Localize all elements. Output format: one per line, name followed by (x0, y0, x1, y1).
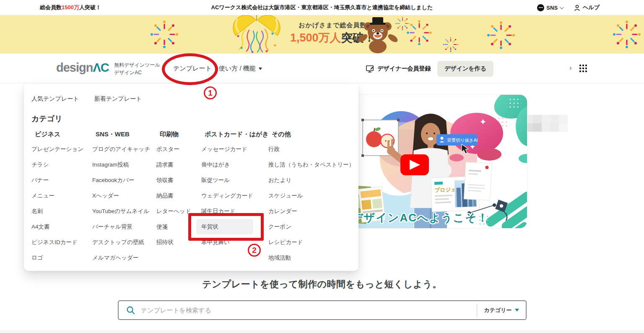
menu-item-oshikatsu[interactable]: 推し活（うちわ・タペストリー） (268, 157, 351, 172)
menu-item-logo[interactable]: ロゴ (31, 250, 92, 265)
chevron-right-icon[interactable]: › (569, 64, 572, 72)
partnership-announcement: ACワークス株式会社は大阪市港区・東京都港区・埼玉県久喜市と連携協定を締結しまし… (211, 4, 433, 11)
menu-item-new-year-card[interactable]: 年賀状 (196, 219, 253, 234)
column-postcard: ポストカード・はがき メッセージカード 喪中はがき 販促ツール ウェディングカー… (201, 130, 268, 265)
monitor-pencil-icon (366, 65, 374, 73)
menu-item-business-id-card[interactable]: ビジネスIDカード (31, 234, 92, 250)
member-count-text: 総会員数1500万人突破！ (40, 4, 101, 11)
banner-count: 1,500万人 (290, 31, 341, 44)
designer-register-link[interactable]: デザイナー会員登録 (366, 54, 431, 83)
menu-item-coupon[interactable]: クーポン (268, 219, 351, 234)
column-header: その他 (268, 130, 351, 141)
magnifier-icon (126, 306, 135, 315)
template-search-bar: カテゴリー (118, 300, 527, 320)
logo-text-design: design (56, 61, 93, 74)
tagline-line1: 無料デザインツール (114, 61, 160, 69)
menu-item-schedule[interactable]: スケジュール (268, 188, 351, 203)
search-input[interactable] (141, 307, 477, 314)
create-design-button[interactable]: デザインを作る (437, 61, 493, 77)
menu-item-birthday-card[interactable]: 誕生日カード (201, 203, 268, 219)
menu-item-promo-tool[interactable]: 販促ツール (201, 172, 268, 188)
menu-item-business-card[interactable]: 名刺 (31, 203, 92, 219)
menu-item-desktop-wallpaper[interactable]: デスクトップの壁紙 (92, 234, 156, 250)
member-count-prefix: 総会員数 (40, 4, 62, 10)
main-header: designΛC 無料デザインツール デザインAC テンプレート 使い方 / 機… (0, 54, 644, 83)
column-header: ビジネス (31, 130, 92, 141)
menu-item-poster[interactable]: ポスター (156, 141, 201, 157)
caret-down-icon (215, 68, 218, 70)
member-count-highlight: 1500万 (62, 4, 79, 10)
sns-menu-button[interactable]: SNS (537, 4, 563, 11)
menu-item-wedding-card[interactable]: ウェディングカード (201, 188, 268, 203)
column-header: 印刷物 (156, 130, 201, 141)
page-title: テンプレートを使って制作の時間をもっと短くしよう。 (0, 278, 644, 291)
tagline-line2: デザインAC (114, 69, 160, 76)
welcome-video-thumbnail[interactable]: 背景切り抜きAI プロジェクト (351, 94, 527, 229)
menu-item-virtual-background[interactable]: バーチャル背景 (92, 219, 156, 234)
category-filter-dropdown[interactable]: カテゴリー (477, 301, 526, 319)
menu-item-menu[interactable]: メニュー (31, 188, 92, 203)
column-other: その他 行政 推し活（うちわ・タペストリー） おたより スケジュール カレンダー… (268, 130, 351, 265)
welcome-text: デザインACへようこそ！ (352, 211, 489, 225)
category-columns: ビジネス プレゼンテーション チラシ バナー メニュー 名刺 A4文書 ビジネス… (31, 130, 358, 265)
bear-mascot (357, 17, 399, 53)
nav-templates-label: テンプレート (173, 65, 212, 73)
menu-item-receipt[interactable]: 領収書 (156, 172, 201, 188)
category-heading: カテゴリ (31, 114, 358, 124)
designac-logo[interactable]: designΛC (56, 61, 109, 75)
menu-item-recipe-card[interactable]: レシピカード (268, 234, 351, 250)
menu-item-x-header[interactable]: Xヘッダー (92, 188, 156, 203)
column-print: 印刷物 ポスター 請求書 領収書 納品書 レターヘッド 便箋 招待状 (156, 130, 201, 265)
ai-cutout-badge-label: 背景切り抜きAI (447, 138, 478, 143)
link-popular-templates[interactable]: 人気テンプレート (31, 95, 79, 103)
menu-item-invoice[interactable]: 請求書 (156, 157, 201, 172)
caret-down-icon (259, 68, 262, 70)
menu-item-instagram-post[interactable]: Instagram投稿 (92, 157, 156, 172)
menu-item-banner[interactable]: バナー (31, 172, 92, 188)
menu-item-community-activity[interactable]: 地域活動 (268, 250, 351, 265)
menu-item-letterhead[interactable]: レターヘッド (156, 203, 201, 219)
logo-text-ac: ΛC (93, 61, 109, 74)
menu-item-government[interactable]: 行政 (268, 141, 351, 157)
person-icon (574, 4, 581, 11)
nav-howto-label: 使い方 / 機能 (219, 65, 256, 73)
topbar-right-group: SNS ヘルプ (537, 4, 600, 11)
apps-grid-button[interactable] (579, 65, 587, 73)
logo-tagline: 無料デザインツール デザインAC (114, 61, 160, 76)
menu-item-flyer[interactable]: チラシ (31, 157, 92, 172)
help-label: ヘルプ (583, 4, 600, 11)
designac-page: 総会員数1500万人突破！ ACワークス株式会社は大阪市港区・東京都港区・埼玉県… (0, 0, 644, 333)
register-label: デザイナー会員登録 (377, 65, 431, 73)
category-filter-label: カテゴリー (484, 307, 512, 314)
column-business: ビジネス プレゼンテーション チラシ バナー メニュー 名刺 A4文書 ビジネス… (31, 130, 92, 265)
bottom-strip (0, 330, 644, 333)
menu-item-youtube-thumbnail[interactable]: YouTubeのサムネイル (92, 203, 156, 219)
menu-item-a4-document[interactable]: A4文書 (31, 219, 92, 234)
menu-item-stationery[interactable]: 便箋 (156, 219, 201, 234)
column-sns-web: SNS・WEB ブログのアイキャッチ Instagram投稿 Facebookカ… (92, 130, 156, 265)
menu-item-message-card[interactable]: メッセージカード (201, 141, 268, 157)
caret-down-icon (515, 309, 519, 312)
menu-item-presentation[interactable]: プレゼンテーション (31, 141, 92, 157)
quick-links: 人気テンプレート 新着テンプレート (31, 95, 358, 103)
menu-item-facebook-cover[interactable]: Facebookカバー (92, 172, 156, 188)
menu-item-blog-eyecatch[interactable]: ブログのアイキャッチ (92, 141, 156, 157)
celebration-banner[interactable]: おかげさまで総会員数 1,500万人突破！ (0, 15, 644, 54)
menu-item-winter-greeting[interactable]: 寒中見舞い (201, 234, 268, 250)
sns-label: SNS (546, 5, 558, 11)
menu-item-mourning-postcard[interactable]: 喪中はがき (201, 157, 268, 172)
nav-templates[interactable]: テンプレート (173, 54, 218, 83)
menu-item-newsletter-header[interactable]: メルマガヘッダー (92, 250, 156, 265)
chevron-down-icon (560, 5, 564, 9)
video-illustration: 背景切り抜きAI プロジェクト (351, 95, 527, 229)
nav-howto-features[interactable]: 使い方 / 機能 (219, 54, 262, 83)
template-dropdown-panel: 人気テンプレート 新着テンプレート カテゴリ ビジネス プレゼンテーション チラ… (24, 83, 358, 271)
menu-item-otayori[interactable]: おたより (268, 172, 351, 188)
menu-item-calendar[interactable]: カレンダー (268, 203, 351, 219)
top-announcement-bar: 総会員数1500万人突破！ ACワークス株式会社は大阪市港区・東京都港区・埼玉県… (0, 0, 644, 15)
menu-item-invitation[interactable]: 招待状 (156, 234, 201, 250)
link-new-templates[interactable]: 新着テンプレート (94, 95, 142, 103)
menu-item-delivery-slip[interactable]: 納品書 (156, 188, 201, 203)
speech-bubble-icon (537, 4, 544, 11)
help-button[interactable]: ヘルプ (574, 4, 600, 11)
